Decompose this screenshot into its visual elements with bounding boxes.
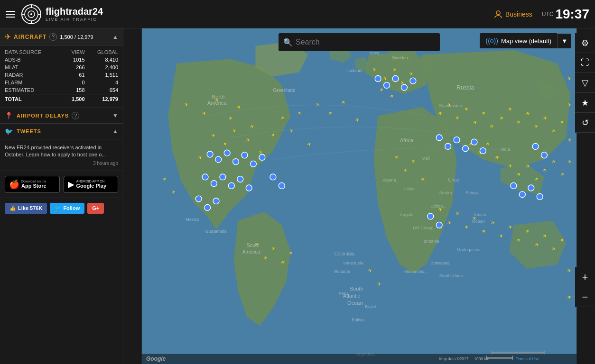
google-play-small-text: ANDROID APP ON (76, 180, 107, 183)
svg-text:Ocean: Ocean (472, 219, 485, 224)
fullscreen-button[interactable]: ⛶ (575, 53, 595, 73)
google-plus-button[interactable]: G+ (87, 203, 104, 214)
favorites-button[interactable]: ★ (575, 93, 595, 113)
svg-text:Sudan: Sudan (439, 191, 452, 195)
svg-text:Africa: Africa (400, 137, 414, 143)
svg-point-104 (259, 155, 265, 161)
hamburger-menu[interactable] (6, 11, 15, 18)
svg-point-127 (511, 182, 517, 189)
global-count: 2,400 (85, 64, 118, 71)
svg-point-101 (233, 159, 239, 165)
map-view-chevron-button[interactable]: ▼ (557, 34, 571, 48)
zoom-in-button[interactable]: + (575, 267, 595, 287)
map-view-selector: ((o)) Map view (default) ▼ (480, 33, 571, 48)
svg-point-98 (207, 151, 213, 157)
svg-text:Ethiop...: Ethiop... (465, 191, 482, 195)
svg-point-124 (463, 146, 469, 152)
refresh-button[interactable]: ↺ (575, 113, 595, 133)
aircraft-section-header[interactable]: ✈ AIRCRAFT ? 1,500 / 12,979 ▲ (0, 28, 123, 46)
svg-point-116 (375, 76, 381, 82)
business-link[interactable]: Business (494, 10, 532, 18)
aircraft-chevron-icon: ▲ (112, 34, 118, 40)
view-count: 61 (64, 71, 85, 79)
location-icon: 📍 (5, 112, 13, 119)
airport-delays-help-icon[interactable]: ? (72, 112, 79, 119)
aircraft-label: AIRCRAFT (14, 34, 46, 40)
svg-point-3 (30, 13, 32, 15)
global-count: 8,410 (85, 56, 118, 64)
zoom-out-button[interactable]: − (575, 287, 595, 307)
svg-point-132 (436, 222, 442, 228)
svg-text:Iceland: Iceland (347, 68, 362, 73)
logo-text: flightradar24 LIVE AIR TRAFFIC (46, 6, 103, 22)
svg-point-130 (537, 193, 543, 200)
svg-text:America: America (207, 100, 227, 106)
google-play-button[interactable]: ▶ ANDROID APP ON Google Play (64, 176, 119, 193)
twitter-follow-button[interactable]: 🐦 Follow (50, 203, 84, 214)
table-row: ADS-B 1015 8,410 (5, 56, 118, 64)
svg-point-105 (202, 174, 208, 180)
svg-point-113 (195, 196, 202, 202)
tweets-header[interactable]: 🐦 TWEETS ▲ (0, 124, 123, 139)
aircraft-help-icon[interactable]: ? (49, 33, 57, 41)
total-label: TOTAL (5, 94, 64, 103)
android-icon: ▶ (68, 179, 74, 190)
svg-point-114 (205, 205, 211, 211)
svg-text:Tanzania: Tanzania (422, 239, 440, 244)
search-icon: 🔍 (283, 38, 293, 47)
svg-text:South: South (350, 286, 363, 291)
svg-text:Russia: Russia (457, 84, 474, 91)
svg-text:Greenland: Greenland (273, 88, 295, 93)
svg-rect-171 (492, 352, 544, 354)
view-count: 266 (64, 64, 85, 71)
user-icon (494, 10, 502, 18)
google-play-large-text: Google Play (76, 183, 107, 189)
svg-point-100 (224, 150, 230, 156)
total-global: 12,979 (85, 94, 118, 103)
fb-icon: 👍 (9, 205, 16, 211)
google-plus-label: G+ (92, 205, 99, 211)
total-row: TOTAL 1,500 12,979 (5, 94, 118, 103)
svg-point-103 (250, 161, 256, 167)
zoom-controls: + − (575, 267, 595, 307)
aircraft-count: 1,500 / 12,979 (60, 34, 93, 40)
map-search-bar: 🔍 (279, 33, 440, 51)
svg-text:Mali: Mali (422, 156, 430, 161)
filter-button[interactable]: ▽ (575, 73, 595, 93)
svg-point-123 (454, 137, 460, 143)
svg-point-111 (270, 174, 276, 180)
world-map-svg: ✈ ✈ ✈ ✈ ✈ ✈ ✈ ✈ ✈ ✈ ✈ ✈ ✈ ✈ ✈ ✈ ✈ ✈ ✈ (123, 28, 595, 364)
svg-point-102 (242, 152, 248, 158)
table-row: ESTIMATED 158 654 (5, 86, 118, 94)
sidebar: ✈ AIRCRAFT ? 1,500 / 12,979 ▲ DATA SOURC… (0, 28, 123, 364)
svg-text:DR Congo: DR Congo (413, 226, 433, 230)
svg-point-134 (541, 152, 548, 158)
app-store-button[interactable]: 🍎 Download on the App Store (5, 176, 60, 193)
logo-sub: LIVE AIR TRAFFIC (46, 17, 103, 22)
svg-text:Madagascar: Madagascar (457, 247, 481, 252)
settings-button[interactable]: ⚙ (575, 33, 595, 53)
map-background: ✈ ✈ ✈ ✈ ✈ ✈ ✈ ✈ ✈ ✈ ✈ ✈ ✈ ✈ ✈ ✈ ✈ ✈ ✈ (123, 28, 595, 364)
airport-delays-header[interactable]: 📍 AIRPORT DELAYS ? ▼ (0, 108, 123, 124)
svg-point-115 (213, 198, 219, 204)
svg-text:Mexico: Mexico (186, 217, 199, 222)
svg-point-118 (392, 76, 399, 82)
svg-point-122 (445, 143, 451, 149)
table-row: FLARM 0 4 (5, 79, 118, 86)
svg-point-110 (246, 185, 252, 191)
svg-text:Botswana: Botswana (430, 261, 450, 265)
svg-text:Ocean: Ocean (347, 300, 363, 306)
map-area[interactable]: ✈ ✈ ✈ ✈ ✈ ✈ ✈ ✈ ✈ ✈ ✈ ✈ ✈ ✈ ✈ ✈ ✈ ✈ ✈ (123, 28, 595, 364)
apple-icon: 🍎 (9, 179, 19, 190)
svg-rect-178 (486, 357, 512, 359)
tweet-item: New FR24-provided receivers activated in… (0, 139, 123, 171)
twitter-icon: 🐦 (5, 127, 13, 135)
map-view-button[interactable]: ((o)) Map view (default) (480, 33, 557, 48)
svg-text:Mozambiq...: Mozambiq... (404, 269, 428, 274)
svg-point-107 (220, 174, 226, 180)
app-buttons: 🍎 Download on the App Store ▶ ANDROID AP… (0, 171, 123, 198)
facebook-like-button[interactable]: 👍 Like 576K (5, 203, 47, 214)
svg-text:America: America (242, 249, 260, 255)
search-input[interactable] (279, 33, 440, 51)
svg-text:Ecuador: Ecuador (334, 269, 350, 274)
